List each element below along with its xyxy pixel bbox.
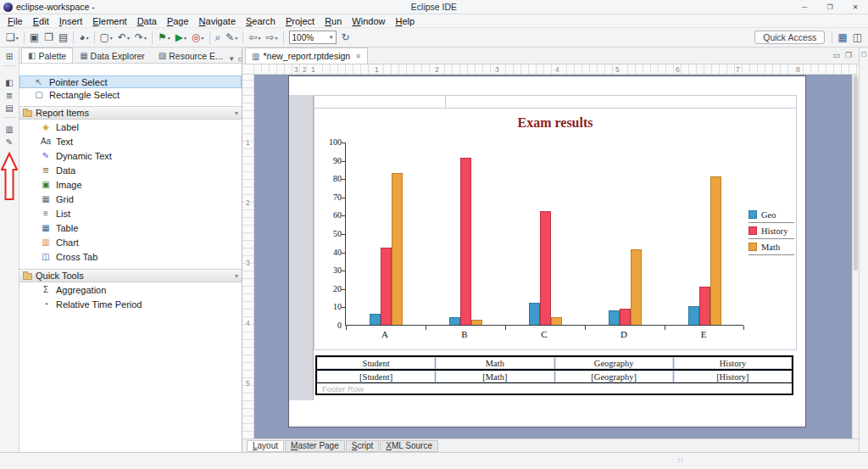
- table-header-cell[interactable]: Geography: [555, 357, 674, 369]
- table-header-cell[interactable]: Math: [436, 357, 554, 369]
- undo-icon[interactable]: ↶▾: [115, 30, 132, 46]
- palette-shortcut-icon[interactable]: ◧: [3, 77, 17, 88]
- report-chart[interactable]: Exam results 0102030405060708090100 ABCD…: [314, 109, 797, 350]
- tab-xml-source[interactable]: XML Source: [380, 440, 438, 452]
- zoom-combobox[interactable]: 100% ▾: [289, 31, 337, 44]
- zoom-value: 100%: [292, 33, 314, 42]
- table-header-cell[interactable]: Student: [317, 357, 436, 369]
- palette-tool-pointer-select[interactable]: ↖Pointer Select: [19, 75, 242, 88]
- open-perspective-icon[interactable]: ◫: [850, 30, 865, 46]
- table-header-cell[interactable]: History: [674, 357, 792, 369]
- report-design-shortcut-icon[interactable]: ▥: [3, 124, 17, 135]
- row-handle-strip[interactable]: [289, 95, 314, 400]
- print-icon[interactable]: ▤: [56, 30, 70, 46]
- close-window[interactable]: ✕: [843, 0, 868, 14]
- chevron-down-icon[interactable]: ▾: [330, 34, 333, 41]
- annotations-icon[interactable]: ✎▾: [223, 30, 240, 46]
- new-icon[interactable]: ❏▾: [3, 30, 21, 46]
- menu-window[interactable]: Window: [347, 16, 390, 26]
- report-table[interactable]: StudentMathGeographyHistory[Student][Mat…: [315, 355, 793, 395]
- palette-section-quick-tools[interactable]: Quick Tools▾: [19, 269, 242, 282]
- scrollbar-thumb[interactable]: [854, 75, 858, 271]
- scripts-shortcut-icon[interactable]: ✎: [3, 137, 17, 148]
- menu-edit[interactable]: Edit: [28, 16, 54, 26]
- table-data-cell[interactable]: [Math]: [436, 371, 554, 382]
- user-account-icon[interactable]: ◕▾: [76, 30, 91, 46]
- menu-run[interactable]: Run: [320, 16, 347, 26]
- palette-item-text[interactable]: AaText: [19, 134, 242, 148]
- tab-palette[interactable]: ◧Palette: [21, 47, 73, 63]
- menu-page[interactable]: Page: [162, 16, 194, 26]
- tab-resource-explorer[interactable]: ▨Resource E...: [152, 47, 230, 63]
- toolbar: ❏▾▣❐▤◕▾▢▾↶▾↷▾⚑▾▶▾◎▾⌕✎▾⇦▾⇨▾ 100% ▾ ↻ Quic…: [0, 28, 868, 47]
- palette-section-report-items[interactable]: Report Items▾: [19, 106, 242, 120]
- palette-item-list[interactable]: ≡List: [19, 206, 242, 221]
- outline-shortcut-icon[interactable]: ≣: [3, 90, 17, 101]
- palette-item-dynamic-text[interactable]: ✎Dynamic Text: [19, 148, 242, 163]
- toolbar-separator: [209, 31, 210, 44]
- minimize-editor-icon[interactable]: ▭: [832, 51, 840, 59]
- vertical-scrollbar[interactable]: [852, 75, 859, 438]
- table-footer-row[interactable]: Footer Row: [317, 383, 792, 394]
- palette-item-image[interactable]: ▣Image: [19, 177, 242, 192]
- menu-insert[interactable]: Insert: [54, 16, 88, 26]
- editor-tab-new-report[interactable]: ▥ *new_report.rptdesign ✕: [245, 47, 368, 64]
- tab-script[interactable]: Script: [346, 440, 380, 452]
- collapse-icon[interactable]: ▾: [235, 272, 238, 280]
- debug-icon[interactable]: ⚑▾: [155, 30, 173, 46]
- search-icon[interactable]: ⌕: [213, 30, 224, 46]
- menu-search[interactable]: Search: [241, 16, 281, 26]
- view-menu-icon[interactable]: ▾: [230, 54, 234, 63]
- tab-data-explorer[interactable]: ▦Data Explorer: [73, 47, 152, 63]
- menu-element[interactable]: Element: [87, 16, 131, 26]
- palette-item-chart[interactable]: ▥Chart: [19, 235, 242, 249]
- tab-layout[interactable]: Layout: [247, 440, 284, 452]
- footer-row-label: Footer Row: [317, 383, 364, 394]
- save-all-icon[interactable]: ❐: [42, 30, 56, 46]
- palette-item-table[interactable]: ▦Table: [19, 221, 242, 235]
- menu-navigate[interactable]: Navigate: [194, 16, 241, 26]
- run-icon[interactable]: ▶▾: [173, 30, 189, 46]
- menu-project[interactable]: Project: [281, 16, 320, 26]
- close-icon[interactable]: ✕: [355, 53, 361, 60]
- back-icon[interactable]: ⇦▾: [246, 30, 263, 46]
- table-data-cell[interactable]: [History]: [674, 371, 792, 382]
- maximize-editor-icon[interactable]: ❐: [845, 51, 852, 59]
- relative-time-period-icon: ◔: [40, 299, 52, 309]
- collapse-icon[interactable]: ▾: [235, 109, 238, 117]
- maximize-window[interactable]: ❐: [817, 0, 843, 14]
- external-tools-icon[interactable]: ◎▾: [189, 30, 207, 46]
- minimize-window[interactable]: ─: [792, 0, 817, 14]
- restore-views-icon[interactable]: ⊞: [3, 51, 17, 62]
- x-tick-mark: [585, 326, 586, 330]
- report-grid-row[interactable]: [314, 95, 797, 109]
- palette-item-aggregation[interactable]: ΣAggregation: [19, 282, 242, 297]
- y-tick-mark: [342, 179, 346, 180]
- palette-item-grid[interactable]: ▦Grid: [19, 192, 242, 206]
- menu-data[interactable]: Data: [132, 16, 162, 26]
- titlebar: eclipse-workspace - Eclipse IDE ─❐✕: [0, 0, 868, 14]
- redo-icon[interactable]: ↷▾: [132, 30, 149, 46]
- palette-item-cross-tab[interactable]: ◫Cross Tab: [19, 249, 242, 264]
- palette-tool-rectangle-select[interactable]: ▢Rectangle Select: [19, 88, 242, 101]
- forward-icon[interactable]: ⇨▾: [263, 30, 280, 46]
- perspective-report-design-icon[interactable]: ▦: [835, 30, 849, 46]
- x-category-label: B: [425, 329, 504, 339]
- design-canvas[interactable]: Exam results 0102030405060708090100 ABCD…: [254, 75, 859, 438]
- palette-item-data[interactable]: ≣Data: [19, 163, 242, 177]
- refresh-preview-icon[interactable]: ↻: [339, 30, 353, 46]
- tab-master-page[interactable]: Master Page: [285, 440, 345, 452]
- menu-file[interactable]: File: [3, 16, 28, 26]
- table-data-cell[interactable]: [Geography]: [555, 371, 674, 382]
- tab-palette-icon: ◧: [28, 51, 36, 60]
- quick-access-button[interactable]: Quick Access: [754, 31, 825, 44]
- menu-help[interactable]: Help: [390, 16, 420, 26]
- restore-panel-icon[interactable]: ▢: [860, 51, 868, 58]
- properties-shortcut-icon[interactable]: ▤: [3, 103, 17, 114]
- palette-item-relative-time-period[interactable]: ◔Relative Time Period: [19, 297, 242, 311]
- save-icon[interactable]: ▣: [27, 30, 42, 46]
- table-data-cell[interactable]: [Student]: [317, 371, 436, 382]
- folder-icon: [23, 110, 32, 117]
- console-icon[interactable]: ▢▾: [97, 30, 115, 46]
- palette-item-label[interactable]: ◈Label: [19, 120, 242, 134]
